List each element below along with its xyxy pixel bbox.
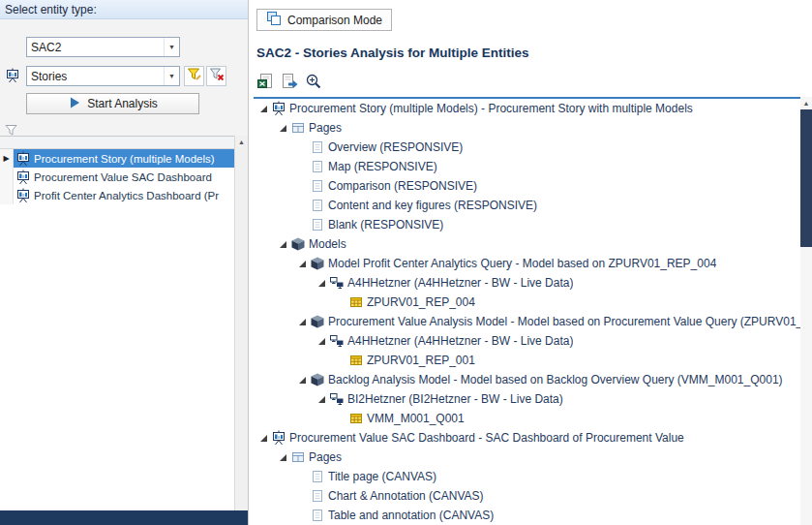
- panel-header: Select entity type:: [0, 0, 248, 19]
- tree-node[interactable]: ZPURV01_REP_001: [254, 351, 800, 370]
- tree-node[interactable]: Pages: [254, 118, 800, 138]
- tree-node-label: Blank (RESPONSIVE): [328, 218, 443, 232]
- tree-node-label: Procurement Value Analysis Model - Model…: [328, 315, 800, 328]
- tree-node-label: ZPURV01_REP_001: [367, 354, 475, 367]
- export-excel-button[interactable]: [256, 74, 274, 91]
- tree-node[interactable]: A4HHetzner (A4HHetzner - BW - Live Data): [254, 273, 800, 293]
- page-icon: [310, 508, 325, 523]
- start-analysis-label: Start Analysis: [87, 97, 158, 110]
- tree-node[interactable]: ZPURV01_REP_004: [254, 293, 800, 312]
- connection-icon: [329, 275, 345, 291]
- tree-node[interactable]: Model Profit Center Analytics Query - Mo…: [254, 254, 800, 273]
- comparison-icon: [266, 11, 282, 29]
- start-analysis-button[interactable]: Start Analysis: [26, 93, 199, 114]
- entity-list-dropdown[interactable]: Stories ▼: [26, 66, 180, 86]
- tree-node-label: Model Profit Center Analytics Query - Mo…: [328, 257, 716, 270]
- page-icon: [310, 178, 325, 194]
- export-icon: [281, 73, 298, 93]
- tree-node[interactable]: Procurement Story (multiple Models) - Pr…: [254, 99, 800, 118]
- right-scrollbar[interactable]: ▲: [800, 97, 812, 525]
- entity-list-row[interactable]: Profit Center Analytics Dashboard (Pr: [0, 186, 235, 204]
- tree-node[interactable]: VMM_M001_Q001: [254, 409, 800, 428]
- twisty-spacer: [296, 506, 310, 525]
- tree-node[interactable]: Models: [254, 234, 800, 254]
- tree-node-label: A4HHetzner (A4HHetzner - BW - Live Data): [347, 276, 573, 290]
- tree-node[interactable]: BI2Hetzner (BI2Hetzner - BW - Live Data): [254, 389, 800, 409]
- tree-node[interactable]: Map (RESPONSIVE): [254, 157, 800, 176]
- scroll-up-button[interactable]: ▲: [235, 136, 248, 149]
- edit-filter-icon: [187, 67, 202, 85]
- tree-node-label: Table and annotation (CANVAS): [328, 509, 494, 522]
- clear-filter-button[interactable]: [206, 66, 226, 86]
- entity-list-value: Stories: [27, 70, 164, 83]
- page-icon: [310, 469, 325, 484]
- tree-node[interactable]: Comparison (RESPONSIVE): [254, 176, 800, 196]
- zoom-in-icon: [305, 73, 322, 93]
- entity-row-content[interactable]: Procurement Story (multiple Models): [14, 149, 235, 168]
- entity-row-content[interactable]: Procurement Value SAC Dashboard: [14, 168, 235, 186]
- page-icon: [310, 198, 325, 213]
- tree-node[interactable]: Title page (CANVAS): [254, 467, 800, 486]
- twisty-spacer: [335, 351, 348, 370]
- edit-filter-button[interactable]: [184, 66, 204, 86]
- expand-toggle-icon[interactable]: [316, 331, 329, 351]
- tree-node[interactable]: Procurement Value Analysis Model - Model…: [254, 312, 800, 331]
- expand-toggle-icon[interactable]: [277, 118, 290, 138]
- entity-row-label: Procurement Value SAC Dashboard: [34, 171, 212, 183]
- entity-type-dropdown[interactable]: SAC2 ▼: [26, 37, 180, 57]
- tree-node[interactable]: Chart & Annotation (CANVAS): [254, 486, 800, 506]
- scrollbar-thumb[interactable]: [800, 109, 812, 247]
- export-excel-icon: [256, 73, 274, 93]
- tree-node[interactable]: Pages: [254, 448, 800, 467]
- model-icon: [310, 314, 325, 329]
- tree-node[interactable]: Procurement Value SAC Dashboard - SAC Da…: [254, 428, 800, 448]
- expand-toggle-icon[interactable]: [277, 234, 290, 254]
- tree-node-label: A4HHetzner (A4HHetzner - BW - Live Data): [347, 334, 573, 348]
- tree-node[interactable]: Blank (RESPONSIVE): [254, 215, 800, 234]
- entity-list-grid: ▶Procurement Story (multiple Models)Proc…: [0, 136, 235, 510]
- twisty-spacer: [296, 196, 310, 215]
- twisty-spacer: [296, 215, 310, 234]
- twisty-spacer: [335, 293, 348, 312]
- left-scrollbar[interactable]: ▲: [234, 136, 248, 510]
- expand-toggle-icon[interactable]: [257, 428, 271, 448]
- chevron-down-icon: ▼: [164, 67, 179, 85]
- comparison-mode-button[interactable]: Comparison Mode: [256, 9, 392, 31]
- tree-node[interactable]: Content and key figures (RESPONSIVE): [254, 196, 800, 215]
- query-icon: [348, 353, 364, 368]
- tree-node[interactable]: Backlog Analysis Model - Model based on …: [254, 370, 800, 389]
- expand-toggle-icon[interactable]: [277, 448, 290, 467]
- query-icon: [348, 411, 364, 426]
- entity-row-content[interactable]: Profit Center Analytics Dashboard (Pr: [14, 186, 235, 204]
- tree-node-label: Pages: [309, 450, 342, 464]
- query-icon: [348, 294, 364, 310]
- filter-icon: [5, 123, 17, 136]
- tree-node[interactable]: Table and annotation (CANVAS): [254, 506, 800, 525]
- expand-toggle-icon[interactable]: [316, 389, 329, 409]
- page-title: SAC2 - Stories Analysis for Multiple Ent…: [256, 46, 529, 60]
- row-indicator-arrow: ▶: [0, 149, 14, 168]
- expand-toggle-icon[interactable]: [296, 312, 310, 331]
- entity-list-row[interactable]: Procurement Value SAC Dashboard: [0, 168, 235, 186]
- zoom-in-button[interactable]: [305, 74, 322, 91]
- grid-column-header: [0, 137, 235, 149]
- tree-toolbar: [256, 74, 322, 91]
- tree-node-label: Models: [309, 237, 346, 251]
- expand-toggle-icon[interactable]: [257, 99, 271, 118]
- expand-toggle-icon[interactable]: [296, 254, 310, 273]
- tree-node[interactable]: Overview (RESPONSIVE): [254, 138, 800, 157]
- story-icon: [15, 188, 31, 203]
- scroll-up-button[interactable]: ▲: [800, 97, 812, 109]
- tree-node-label: VMM_M001_Q001: [367, 412, 465, 425]
- tree-node-label: BI2Hetzner (BI2Hetzner - BW - Live Data): [347, 392, 563, 406]
- export-button[interactable]: [281, 74, 298, 91]
- models-icon: [290, 236, 306, 252]
- expand-toggle-icon[interactable]: [296, 370, 310, 389]
- tree-node[interactable]: A4HHetzner (A4HHetzner - BW - Live Data): [254, 331, 800, 351]
- expand-toggle-icon[interactable]: [316, 273, 329, 293]
- row-indicator: [0, 168, 14, 186]
- page-icon: [310, 488, 325, 504]
- connection-icon: [329, 391, 345, 407]
- page-icon: [310, 139, 325, 155]
- entity-list-row[interactable]: ▶Procurement Story (multiple Models): [0, 149, 235, 168]
